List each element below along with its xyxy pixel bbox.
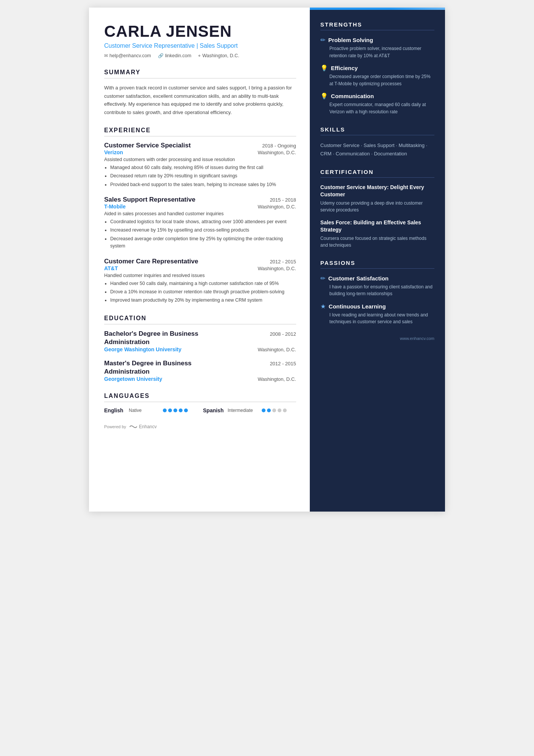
cert-item-1: Customer Service Mastery: Delight Every …: [320, 184, 434, 214]
skills-text: Customer Service · Sales Support · Multi…: [320, 141, 434, 158]
header-section: CARLA JENSEN Customer Service Representa…: [104, 23, 296, 58]
languages-row: English Native Spanish Intermediate: [104, 407, 296, 413]
right-column: STRENGTHS ✏ Problem Solving Proactive pr…: [310, 8, 445, 512]
edu-header-1: Bachelor's Degree in Business Administra…: [104, 330, 296, 346]
certification-section: CERTIFICATION Customer Service Mastery: …: [320, 169, 434, 249]
dot: [283, 409, 287, 412]
passion-title-2: Continuous Learning: [329, 303, 386, 310]
dot: [163, 409, 167, 412]
strength-title-3: Communication: [331, 93, 374, 99]
passion-header-1: ✏ Customer Satisfaction: [320, 275, 434, 282]
strength-header-3: 💡 Communication: [320, 92, 434, 100]
bullet-item: Managed about 60 calls daily, resolving …: [110, 164, 296, 171]
exp-dates-1: 2018 - Ongoing: [262, 143, 296, 149]
passion-desc-1: I have a passion for ensuring client sat…: [320, 283, 434, 297]
exp-location-3: Washington, D.C.: [258, 266, 296, 271]
passion-icon-2: ★: [320, 303, 326, 310]
contact-line: ✉ help@enhancv.com 🔗 linkedin.com ⌖ Wash…: [104, 53, 296, 58]
bullet-item: Provided back-end support to the sales t…: [110, 181, 296, 188]
languages-section: LANGUAGES English Native Spanish Interm: [104, 393, 296, 413]
exp-desc-3: Handled customer inquiries and resolved …: [104, 273, 296, 278]
right-footer: www.enhancv.com: [320, 336, 434, 341]
exp-header-3: Customer Care Representative 2012 - 2015: [104, 258, 296, 265]
dot: [173, 409, 177, 412]
strength-desc-2: Decreased average order completion time …: [320, 73, 434, 87]
lang-spanish: Spanish Intermediate: [203, 407, 287, 413]
skills-title: SKILLS: [320, 126, 434, 135]
linkedin-value: linkedin.com: [165, 53, 191, 58]
experience-section: EXPERIENCE Customer Service Specialist 2…: [104, 127, 296, 304]
experience-title: EXPERIENCE: [104, 127, 296, 136]
bullet-item: Increased revenue by 15% by upselling an…: [110, 227, 296, 234]
email-value: help@enhancv.com: [109, 53, 151, 58]
dot: [168, 409, 172, 412]
exp-desc-1: Assisted customers with order processing…: [104, 157, 296, 162]
strength-title-2: Efficiency: [331, 65, 358, 71]
languages-title: LANGUAGES: [104, 393, 296, 402]
exp-dates-2: 2015 - 2018: [270, 197, 296, 203]
exp-entry-2: Sales Support Representative 2015 - 2018…: [104, 196, 296, 250]
contact-email: ✉ help@enhancv.com: [104, 53, 151, 58]
dot: [278, 409, 281, 412]
passion-header-2: ★ Continuous Learning: [320, 303, 434, 310]
resume-wrapper: CARLA JENSEN Customer Service Representa…: [89, 8, 445, 512]
cert-title-1: Customer Service Mastery: Delight Every …: [320, 184, 434, 198]
edu-degree-1: Bachelor's Degree in Business Administra…: [104, 330, 219, 346]
strengths-section: STRENGTHS ✏ Problem Solving Proactive pr…: [320, 21, 434, 116]
exp-bullets-1: Managed about 60 calls daily, resolving …: [104, 164, 296, 188]
exp-bullets-2: Coordinated logistics for local trade sh…: [104, 218, 296, 250]
exp-header-2: Sales Support Representative 2015 - 2018: [104, 196, 296, 203]
enhancv-logo-svg: [129, 424, 137, 429]
lang-english: English Native: [104, 407, 188, 413]
edu-edu-location-2: Washington, D.C.: [258, 376, 296, 382]
passion-title-1: Customer Satisfaction: [328, 275, 389, 282]
edu-dates-2: 2012 - 2015: [270, 361, 296, 366]
edu-degree-2: Master's Degree in Business Administrati…: [104, 359, 219, 376]
location-icon: ⌖: [198, 53, 201, 58]
exp-location-1: Washington, D.C.: [258, 150, 296, 155]
passion-item-2: ★ Continuous Learning I love reading and…: [320, 303, 434, 326]
edu-entry-1: Bachelor's Degree in Business Administra…: [104, 330, 296, 352]
dot: [179, 409, 183, 412]
cert-item-2: Sales Force: Building an Effective Sales…: [320, 219, 434, 249]
contact-location: ⌖ Washington, D.C.: [198, 53, 239, 58]
bullet-item: Improved team productivity by 20% by imp…: [110, 297, 296, 304]
strength-item-1: ✏ Problem Solving Proactive problem solv…: [320, 36, 434, 59]
exp-location-2: Washington, D.C.: [258, 204, 296, 210]
skills-section: SKILLS Customer Service · Sales Support …: [320, 126, 434, 158]
education-title: EDUCATION: [104, 315, 296, 324]
enhancv-brand: Enhancv: [139, 424, 157, 429]
left-column: CARLA JENSEN Customer Service Representa…: [89, 8, 310, 512]
exp-entry-3: Customer Care Representative 2012 - 2015…: [104, 258, 296, 304]
passions-title: PASSIONS: [320, 260, 434, 269]
edu-school-2: Georgetown University: [104, 376, 162, 382]
strength-header-1: ✏ Problem Solving: [320, 36, 434, 44]
summary-text: With a proven track record in customer s…: [104, 84, 296, 116]
candidate-name: CARLA JENSEN: [104, 23, 296, 40]
lang-dots-english: [163, 409, 188, 412]
edu-school-row-2: Georgetown University Washington, D.C.: [104, 376, 296, 382]
exp-title-3: Customer Care Representative: [104, 258, 198, 265]
strength-icon-3: 💡: [320, 92, 328, 100]
exp-desc-2: Aided in sales processes and handled cus…: [104, 211, 296, 216]
cert-desc-1: Udemy course providing a deep dive into …: [320, 200, 434, 214]
bullet-item: Coordinated logistics for local trade sh…: [110, 218, 296, 225]
enhancv-logo: Enhancv: [129, 424, 157, 429]
strength-icon-1: ✏: [320, 36, 325, 44]
strength-item-3: 💡 Communication Expert communicator, man…: [320, 92, 434, 115]
certification-title: CERTIFICATION: [320, 169, 434, 178]
bullet-item: Decreased average order completion time …: [110, 235, 296, 250]
edu-header-2: Master's Degree in Business Administrati…: [104, 359, 296, 376]
contact-linkedin: 🔗 linkedin.com: [158, 53, 191, 58]
dot: [272, 409, 276, 412]
exp-entry-1: Customer Service Specialist 2018 - Ongoi…: [104, 142, 296, 188]
exp-company-1: Verizon: [104, 149, 123, 155]
exp-title-1: Customer Service Specialist: [104, 142, 191, 149]
lang-name-spanish: Spanish: [203, 407, 224, 413]
powered-by-label: Powered by: [104, 424, 126, 429]
lang-dots-spanish: [262, 409, 287, 412]
education-section: EDUCATION Bachelor's Degree in Business …: [104, 315, 296, 382]
bullet-item: Decreased return rate by 20% resulting i…: [110, 172, 296, 180]
edu-entry-2: Master's Degree in Business Administrati…: [104, 359, 296, 382]
summary-section: SUMMARY With a proven track record in cu…: [104, 69, 296, 116]
